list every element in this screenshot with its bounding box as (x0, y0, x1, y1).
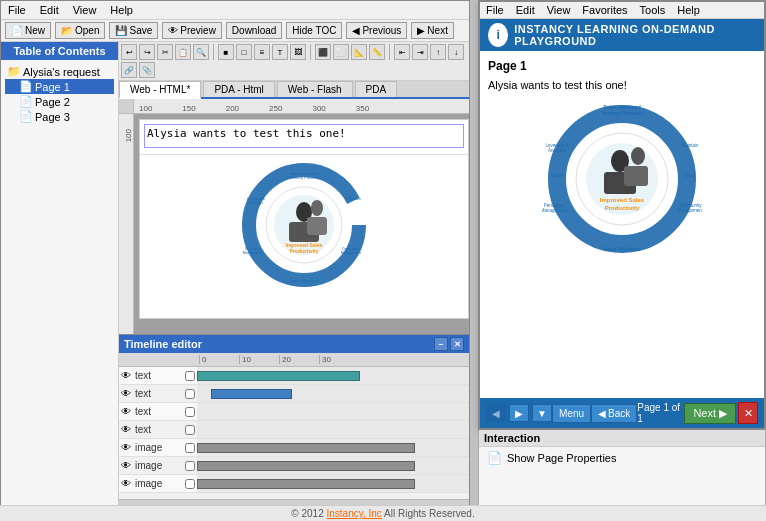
row-track-7[interactable] (197, 475, 469, 492)
next-button[interactable]: ▶ Next (411, 22, 454, 39)
timeline-collapse-btn[interactable]: − (434, 337, 448, 351)
svg-text:Productivity: Productivity (290, 248, 319, 254)
toc-page2[interactable]: 📄 Page 2 (5, 94, 114, 109)
row-checkbox-5[interactable] (183, 443, 197, 453)
preview-menu-view[interactable]: View (545, 3, 573, 17)
preview-menu-help[interactable]: Help (675, 3, 702, 17)
row-track-6[interactable] (197, 457, 469, 474)
preview-icon: 👁 (168, 25, 178, 36)
fmt-btn-16[interactable]: ⇥ (412, 44, 428, 60)
new-button[interactable]: 📄 New (5, 22, 51, 39)
fmt-btn-15[interactable]: ⇤ (394, 44, 410, 60)
ruler-container: 100 150 200 250 300 350 (119, 99, 469, 114)
fmt-btn-3[interactable]: ✂ (157, 44, 173, 60)
row-label-2: text (133, 388, 183, 399)
save-button[interactable]: 💾 Save (109, 22, 158, 39)
timeline-header: Timeline editor − ✕ (119, 335, 469, 353)
canvas-inner: Alysia wants to test this one! (139, 119, 469, 319)
checkbox-6[interactable] (185, 461, 195, 471)
fmt-btn-5[interactable]: 🔍 (193, 44, 209, 60)
ruler-mark-10: 10 (239, 355, 279, 364)
tab-web-flash[interactable]: Web - Flash (277, 81, 353, 97)
fmt-btn-13[interactable]: 📐 (351, 44, 367, 60)
menu-help[interactable]: Help (107, 3, 136, 17)
fmt-btn-12[interactable]: ⬜ (333, 44, 349, 60)
menu-file[interactable]: File (5, 3, 29, 17)
fmt-btn-2[interactable]: ↪ (139, 44, 155, 60)
timeline-row-image-2: 👁 image (119, 457, 469, 475)
nav-dropdown-btn[interactable]: ▼ (532, 404, 552, 422)
nav-back-btn[interactable]: ◀ Back (591, 404, 637, 423)
preview-menu-favorites[interactable]: Favorites (580, 3, 629, 17)
tab-pda-html[interactable]: PDA - Html (203, 81, 274, 97)
checkbox-3[interactable] (185, 407, 195, 417)
toc-page3[interactable]: 📄 Page 3 (5, 109, 114, 124)
fmt-btn-11[interactable]: ⬛ (315, 44, 331, 60)
preview-button[interactable]: 👁 Preview (162, 22, 222, 39)
fmt-btn-17[interactable]: ↑ (430, 44, 446, 60)
row-track-2[interactable] (197, 385, 469, 402)
preview-menu-file[interactable]: File (484, 3, 506, 17)
fmt-btn-7[interactable]: □ (236, 44, 252, 60)
fmt-btn-9[interactable]: T (272, 44, 288, 60)
menu-edit[interactable]: Edit (37, 3, 62, 17)
canvas[interactable]: Alysia wants to test this one! (134, 114, 469, 334)
timeline-close-btn[interactable]: ✕ (450, 337, 464, 351)
preview-menu-edit[interactable]: Edit (514, 3, 537, 17)
nav-play-btn[interactable]: ▶ (509, 404, 529, 422)
svg-text:Territory Planning: Territory Planning (288, 175, 319, 180)
preview-content: Page 1 Alysia wants to test this one! Im… (480, 51, 764, 398)
fmt-btn-19[interactable]: 🔗 (121, 62, 137, 78)
timeline-header-buttons: − ✕ (434, 337, 464, 351)
toc-root[interactable]: 📁 Alysia's request (5, 64, 114, 79)
menu-view[interactable]: View (70, 3, 100, 17)
fmt-btn-20[interactable]: 📎 (139, 62, 155, 78)
checkbox-5[interactable] (185, 443, 195, 453)
horizontal-ruler: 100 150 200 250 300 350 (134, 99, 469, 114)
checkbox-7[interactable] (185, 479, 195, 489)
nav-menu-btn[interactable]: Menu (552, 404, 591, 423)
row-checkbox-1[interactable] (183, 371, 197, 381)
preview-menu-tools[interactable]: Tools (638, 3, 668, 17)
nav-close-btn[interactable]: ✕ (738, 402, 758, 424)
row-icon-7: 👁 (119, 478, 133, 489)
fmt-btn-6[interactable]: ■ (218, 44, 234, 60)
hide-toc-button[interactable]: Hide TOC (286, 22, 342, 39)
svg-text:Sales Workflow: Sales Workflow (290, 278, 318, 283)
editor-toolbar: 📄 New 📂 Open 💾 Save 👁 Preview Download H… (1, 20, 469, 42)
toc-page1[interactable]: 📄 Page 1 (5, 79, 114, 94)
row-track-4[interactable] (197, 421, 469, 438)
show-page-properties-item[interactable]: 📄 Show Page Properties (479, 447, 765, 469)
timeline-bar-5 (197, 443, 415, 453)
fmt-btn-10[interactable]: 🖼 (290, 44, 306, 60)
nav-next-btn[interactable]: Next ▶ (684, 403, 736, 424)
fmt-btn-8[interactable]: ≡ (254, 44, 270, 60)
instancy-link[interactable]: Instancy, Inc (326, 508, 381, 519)
checkbox-4[interactable] (185, 425, 195, 435)
fmt-btn-14[interactable]: 📏 (369, 44, 385, 60)
svg-text:Sales Workflow: Sales Workflow (604, 246, 641, 252)
previous-button[interactable]: ◀ Previous (346, 22, 407, 39)
download-button[interactable]: Download (226, 22, 282, 39)
canvas-text-input[interactable]: Alysia wants to test this one! (144, 124, 464, 148)
row-track-5[interactable] (197, 439, 469, 456)
row-checkbox-7[interactable] (183, 479, 197, 489)
next-arrow-icon: ▶ (719, 407, 727, 420)
fmt-btn-1[interactable]: ↩ (121, 44, 137, 60)
nav-back-group: ◀ Back (591, 404, 637, 423)
nav-prev-btn[interactable]: ◀ (486, 404, 506, 422)
fmt-btn-18[interactable]: ↓ (448, 44, 464, 60)
fmt-btn-4[interactable]: 📋 (175, 44, 191, 60)
tab-web-html[interactable]: Web - HTML* (119, 81, 201, 99)
row-checkbox-2[interactable] (183, 389, 197, 399)
open-button[interactable]: 📂 Open (55, 22, 105, 39)
row-checkbox-4[interactable] (183, 425, 197, 435)
row-checkbox-6[interactable] (183, 461, 197, 471)
preview-text: Alysia wants to test this one! (488, 79, 756, 91)
tab-pda[interactable]: PDA (355, 81, 398, 97)
checkbox-2[interactable] (185, 389, 195, 399)
row-track-1[interactable] (197, 367, 469, 384)
row-checkbox-3[interactable] (183, 407, 197, 417)
checkbox-1[interactable] (185, 371, 195, 381)
row-track-3[interactable] (197, 403, 469, 420)
